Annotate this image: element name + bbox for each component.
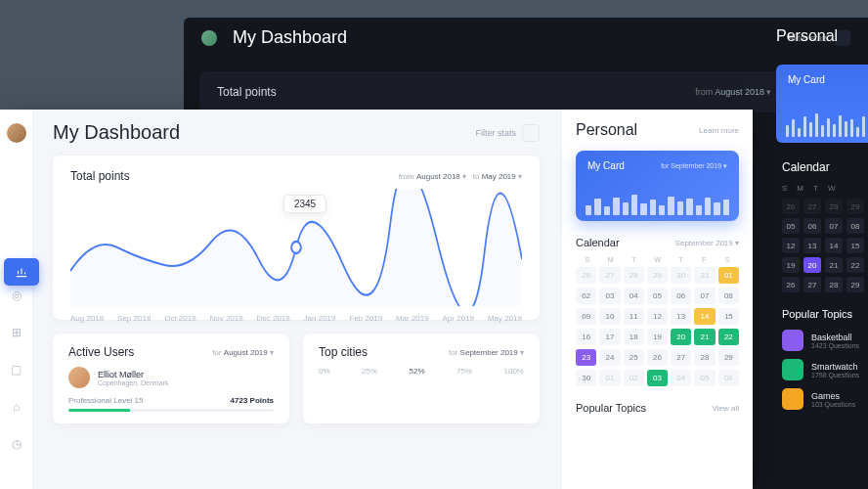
calendar-day[interactable]: 30	[576, 370, 596, 386]
calendar-day[interactable]: 12	[647, 308, 668, 325]
top-cities-period[interactable]: for September 2019 ▾	[449, 348, 524, 357]
calendar-day[interactable]: 05	[647, 288, 668, 304]
calendar-day[interactable]: 06	[803, 218, 821, 234]
calendar-day[interactable]: 26	[576, 267, 596, 284]
avatar[interactable]	[201, 30, 217, 46]
calendar-day[interactable]: 16	[576, 329, 596, 345]
calendar-day[interactable]: 14	[694, 308, 715, 325]
calendar-day[interactable]: 27	[671, 349, 691, 366]
calendar-title: Calendar	[576, 237, 620, 248]
calendar-day[interactable]: 20	[803, 257, 821, 273]
personal-panel: Personal Learn more My Card for Septembe…	[561, 110, 753, 489]
calendar-day[interactable]: 06	[671, 288, 691, 304]
total-points-label: Total points	[70, 169, 399, 183]
calendar-day[interactable]: 03	[647, 370, 668, 386]
calendar-day[interactable]: 15	[718, 308, 739, 325]
page-title: My Dashboard	[53, 121, 475, 144]
avatar[interactable]	[7, 123, 26, 143]
sidebar-item-1[interactable]: ◎	[7, 286, 26, 305]
date-range[interactable]: from August 2018 ▾ to May 2019 ▾	[399, 172, 522, 181]
calendar-day[interactable]: 04	[671, 370, 691, 386]
calendar-day[interactable]: 07	[694, 288, 715, 304]
calendar-day[interactable]: 29	[647, 267, 668, 284]
calendar-day[interactable]: 28	[825, 199, 843, 214]
calendar-day[interactable]: 09	[576, 308, 596, 325]
calendar-day[interactable]: 18	[624, 329, 644, 345]
sidebar-item-analytics[interactable]	[4, 258, 39, 286]
calendar-day[interactable]: 25	[624, 349, 644, 366]
active-users-period[interactable]: for August 2019 ▾	[212, 348, 274, 357]
pct-label: 75%	[456, 367, 472, 376]
main-content: My Dashboard Filter stats Total points f…	[45, 110, 555, 489]
my-card-widget[interactable]: My Card for September 2019 ▾	[576, 151, 739, 221]
calendar-day[interactable]: 30	[671, 267, 691, 284]
calendar-day[interactable]: 26	[647, 349, 668, 366]
calendar-day[interactable]: 05	[694, 370, 715, 386]
calendar-day[interactable]: 29	[846, 277, 864, 292]
calendar-day[interactable]: 20	[671, 329, 691, 345]
calendar-dow: SMTWTFS	[576, 256, 739, 263]
xaxis-label: Mar 2019	[396, 314, 429, 323]
topic-item[interactable]: Games103 Questions	[782, 388, 868, 410]
topic-name: Games	[811, 391, 855, 401]
sidebar-item-3[interactable]: ▢	[7, 360, 26, 379]
calendar-day[interactable]: 28	[825, 277, 843, 292]
calendar-day[interactable]: 11	[624, 308, 644, 325]
filter-label[interactable]: Filter stats	[475, 128, 516, 138]
sidebar-item-5[interactable]: ◷	[7, 434, 26, 454]
calendar-day[interactable]: 08	[846, 218, 864, 234]
sidebar-item-2[interactable]: ⊞	[7, 323, 26, 342]
calendar-day[interactable]: 28	[624, 267, 644, 284]
calendar-month[interactable]: September 2019 ▾	[675, 239, 739, 247]
calendar-day[interactable]: 27	[599, 267, 620, 284]
calendar-day[interactable]: 27	[803, 277, 821, 292]
calendar-day[interactable]: 13	[803, 238, 821, 253]
calendar-day[interactable]: 17	[599, 329, 620, 345]
calendar-day[interactable]: 12	[782, 238, 800, 253]
view-all-link[interactable]: View all	[713, 404, 739, 413]
calendar-day[interactable]: 01	[718, 267, 739, 284]
calendar-day[interactable]: 29	[846, 199, 864, 214]
calendar-day[interactable]: 14	[825, 238, 843, 253]
calendar-day[interactable]: 15	[846, 238, 864, 253]
calendar-day[interactable]: 05	[782, 218, 800, 234]
calendar-day[interactable]: 19	[782, 257, 800, 273]
calendar-day[interactable]: 06	[718, 370, 739, 386]
total-points-label: Total points	[217, 85, 695, 99]
user-row[interactable]: Elliot Møller Copenhagen, Denmark	[68, 367, 274, 388]
calendar-day[interactable]: 02	[624, 370, 644, 386]
my-card-period[interactable]: for September 2019 ▾	[661, 162, 727, 170]
calendar-day[interactable]: 04	[624, 288, 644, 304]
calendar-day[interactable]: 31	[694, 267, 715, 284]
topic-item[interactable]: Smartwatch1798 Questions	[782, 359, 868, 380]
calendar-day[interactable]: 21	[825, 257, 843, 273]
calendar-day[interactable]: 24	[599, 349, 620, 366]
calendar-day[interactable]: 23	[576, 349, 596, 366]
calendar-day[interactable]: 07	[825, 218, 843, 234]
topics-title: Popular Topics	[576, 402, 713, 414]
topic-item[interactable]: Basketball1423 Questions	[782, 330, 868, 351]
calendar-day[interactable]: 26	[782, 277, 800, 292]
calendar-day[interactable]: 21	[694, 329, 715, 345]
calendar-day[interactable]: 19	[647, 329, 668, 345]
calendar-day[interactable]: 22	[718, 329, 739, 345]
calendar-day[interactable]: 22	[846, 257, 864, 273]
learn-more-link[interactable]: Learn more	[699, 126, 739, 135]
calendar-day[interactable]: 02	[576, 288, 596, 304]
xaxis-label: Feb 2019	[349, 314, 382, 323]
calendar-day[interactable]: 28	[694, 349, 715, 366]
calendar-day[interactable]: 26	[782, 199, 800, 214]
calendar-day[interactable]: 29	[718, 349, 739, 366]
sidebar-item-4[interactable]: ⌂	[7, 397, 26, 417]
calendar-day[interactable]: 08	[718, 288, 739, 304]
calendar-day[interactable]: 13	[671, 308, 691, 325]
personal-title: Personal	[776, 27, 868, 45]
calendar-day[interactable]: 27	[803, 199, 821, 214]
calendar-title: Calendar	[782, 160, 868, 174]
sparkline-icon	[786, 108, 868, 137]
calendar-day[interactable]: 03	[599, 288, 620, 304]
calendar-day[interactable]: 10	[599, 308, 620, 325]
filter-icon[interactable]	[522, 124, 540, 142]
my-card-widget[interactable]: My Card	[776, 65, 868, 143]
calendar-day[interactable]: 01	[599, 370, 620, 386]
